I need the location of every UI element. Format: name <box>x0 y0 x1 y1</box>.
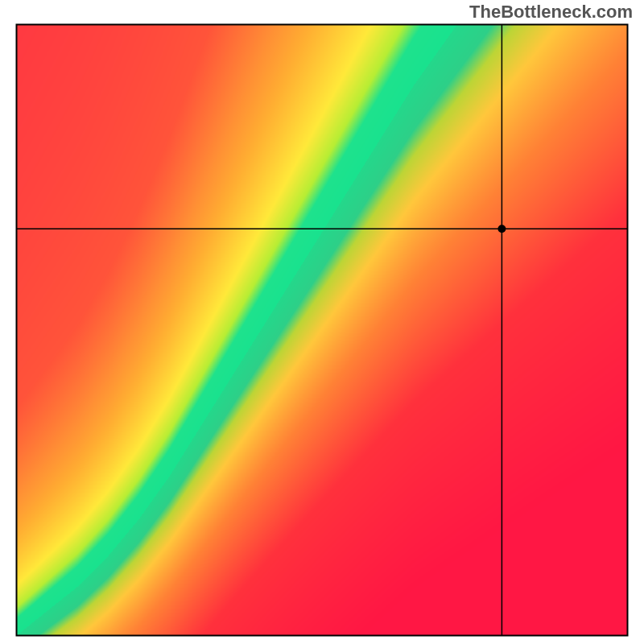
bottleneck-heatmap <box>0 0 644 644</box>
watermark-text: TheBottleneck.com <box>469 2 633 23</box>
chart-container: TheBottleneck.com <box>0 0 644 644</box>
